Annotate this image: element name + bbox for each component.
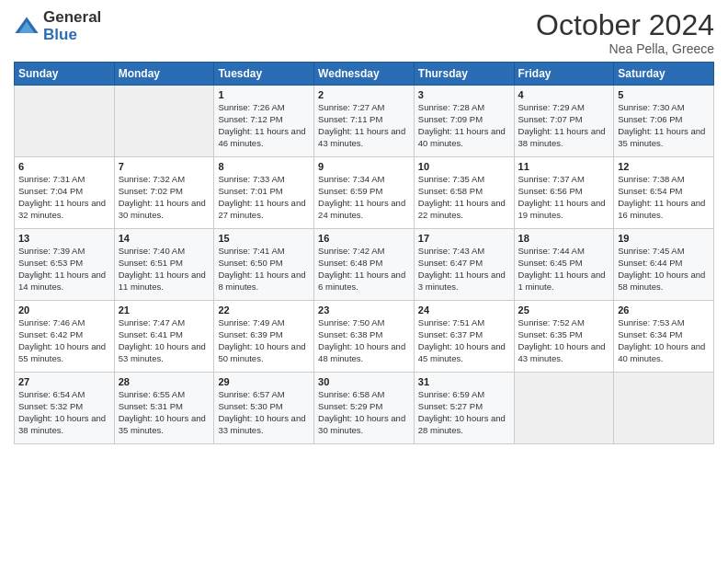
cell-w1-d1: [15, 86, 115, 157]
cell-w1-d2: [114, 86, 214, 157]
day-info: Sunrise: 6:58 AMSunset: 5:29 PMDaylight:…: [318, 389, 410, 436]
day-number: 27: [18, 376, 110, 387]
cell-w2-d7: 12Sunrise: 7:38 AMSunset: 6:54 PMDayligh…: [614, 157, 714, 229]
calendar-body: 1Sunrise: 7:26 AMSunset: 7:12 PMDaylight…: [15, 86, 714, 444]
month-title: October 2024: [536, 9, 714, 41]
day-info: Sunrise: 7:51 AMSunset: 6:37 PMDaylight:…: [418, 317, 510, 364]
day-number: 7: [119, 161, 210, 172]
day-number: 15: [218, 233, 310, 244]
day-info: Sunrise: 7:35 AMSunset: 6:58 PMDaylight:…: [418, 174, 510, 221]
cell-w3-d4: 16Sunrise: 7:42 AMSunset: 6:48 PMDayligh…: [314, 229, 415, 301]
day-number: 5: [618, 89, 710, 100]
day-number: 6: [18, 161, 110, 172]
day-number: 3: [418, 89, 510, 100]
logo-general-text: General: [43, 9, 101, 27]
cell-w2-d1: 6Sunrise: 7:31 AMSunset: 7:04 PMDaylight…: [15, 157, 115, 229]
cell-w1-d3: 1Sunrise: 7:26 AMSunset: 7:12 PMDaylight…: [214, 86, 314, 157]
day-number: 28: [119, 376, 210, 387]
day-number: 16: [318, 233, 410, 244]
day-info: Sunrise: 7:29 AMSunset: 7:07 PMDaylight:…: [518, 102, 610, 149]
cell-w5-d7: [614, 373, 714, 444]
day-number: 8: [218, 161, 310, 172]
day-number: 9: [318, 161, 410, 172]
day-info: Sunrise: 7:27 AMSunset: 7:11 PMDaylight:…: [318, 102, 410, 149]
cell-w1-d6: 4Sunrise: 7:29 AMSunset: 7:07 PMDaylight…: [514, 86, 614, 157]
day-number: 11: [518, 161, 610, 172]
cell-w1-d7: 5Sunrise: 7:30 AMSunset: 7:06 PMDaylight…: [614, 86, 714, 157]
day-info: Sunrise: 6:54 AMSunset: 5:32 PMDaylight:…: [18, 389, 110, 436]
page: General Blue October 2024 Nea Pella, Gre…: [0, 0, 728, 563]
day-number: 17: [418, 233, 510, 244]
cell-w1-d4: 2Sunrise: 7:27 AMSunset: 7:11 PMDaylight…: [314, 86, 415, 157]
cell-w5-d2: 28Sunrise: 6:55 AMSunset: 5:31 PMDayligh…: [114, 373, 214, 444]
cell-w2-d4: 9Sunrise: 7:34 AMSunset: 6:59 PMDaylight…: [314, 157, 415, 229]
day-info: Sunrise: 7:52 AMSunset: 6:35 PMDaylight:…: [518, 317, 610, 364]
cell-w5-d6: [514, 373, 614, 444]
cell-w2-d2: 7Sunrise: 7:32 AMSunset: 7:02 PMDaylight…: [114, 157, 214, 229]
cell-w4-d2: 21Sunrise: 7:47 AMSunset: 6:41 PMDayligh…: [114, 301, 214, 373]
location-subtitle: Nea Pella, Greece: [536, 41, 714, 56]
day-number: 20: [18, 304, 110, 316]
day-number: 19: [618, 233, 710, 244]
logo-text: General Blue: [43, 9, 101, 43]
day-info: Sunrise: 6:57 AMSunset: 5:30 PMDaylight:…: [218, 389, 310, 436]
col-tuesday: Tuesday: [214, 63, 314, 86]
day-number: 2: [318, 89, 410, 100]
day-number: 18: [518, 233, 610, 244]
logo: General Blue: [14, 9, 101, 43]
day-info: Sunrise: 7:42 AMSunset: 6:48 PMDaylight:…: [318, 246, 410, 293]
day-info: Sunrise: 6:59 AMSunset: 5:27 PMDaylight:…: [418, 389, 510, 436]
day-number: 14: [119, 233, 210, 244]
day-number: 4: [518, 89, 610, 100]
week-row-4: 20Sunrise: 7:46 AMSunset: 6:42 PMDayligh…: [15, 301, 714, 373]
cell-w4-d5: 24Sunrise: 7:51 AMSunset: 6:37 PMDayligh…: [414, 301, 514, 373]
col-monday: Monday: [114, 63, 214, 86]
day-info: Sunrise: 7:33 AMSunset: 7:01 PMDaylight:…: [218, 174, 310, 221]
day-info: Sunrise: 7:40 AMSunset: 6:51 PMDaylight:…: [119, 246, 210, 293]
week-row-2: 6Sunrise: 7:31 AMSunset: 7:04 PMDaylight…: [15, 157, 714, 229]
cell-w5-d3: 29Sunrise: 6:57 AMSunset: 5:30 PMDayligh…: [214, 373, 314, 444]
cell-w3-d2: 14Sunrise: 7:40 AMSunset: 6:51 PMDayligh…: [114, 229, 214, 301]
day-info: Sunrise: 7:44 AMSunset: 6:45 PMDaylight:…: [518, 246, 610, 293]
header: General Blue October 2024 Nea Pella, Gre…: [14, 9, 714, 56]
cell-w2-d3: 8Sunrise: 7:33 AMSunset: 7:01 PMDaylight…: [214, 157, 314, 229]
col-thursday: Thursday: [414, 63, 514, 86]
day-info: Sunrise: 7:38 AMSunset: 6:54 PMDaylight:…: [618, 174, 710, 221]
cell-w2-d6: 11Sunrise: 7:37 AMSunset: 6:56 PMDayligh…: [514, 157, 614, 229]
day-info: Sunrise: 7:46 AMSunset: 6:42 PMDaylight:…: [18, 317, 110, 364]
day-info: Sunrise: 7:34 AMSunset: 6:59 PMDaylight:…: [318, 174, 410, 221]
cell-w3-d1: 13Sunrise: 7:39 AMSunset: 6:53 PMDayligh…: [15, 229, 115, 301]
day-info: Sunrise: 7:28 AMSunset: 7:09 PMDaylight:…: [418, 102, 510, 149]
day-info: Sunrise: 6:55 AMSunset: 5:31 PMDaylight:…: [119, 389, 210, 436]
cell-w4-d7: 26Sunrise: 7:53 AMSunset: 6:34 PMDayligh…: [614, 301, 714, 373]
day-number: 21: [119, 304, 210, 316]
day-info: Sunrise: 7:41 AMSunset: 6:50 PMDaylight:…: [218, 246, 310, 293]
day-info: Sunrise: 7:43 AMSunset: 6:47 PMDaylight:…: [418, 246, 510, 293]
day-number: 31: [418, 376, 510, 387]
week-row-3: 13Sunrise: 7:39 AMSunset: 6:53 PMDayligh…: [15, 229, 714, 301]
day-number: 12: [618, 161, 710, 172]
day-info: Sunrise: 7:37 AMSunset: 6:56 PMDaylight:…: [518, 174, 610, 221]
week-row-1: 1Sunrise: 7:26 AMSunset: 7:12 PMDaylight…: [15, 86, 714, 157]
cell-w3-d5: 17Sunrise: 7:43 AMSunset: 6:47 PMDayligh…: [414, 229, 514, 301]
cell-w5-d1: 27Sunrise: 6:54 AMSunset: 5:32 PMDayligh…: [15, 373, 115, 444]
cell-w5-d5: 31Sunrise: 6:59 AMSunset: 5:27 PMDayligh…: [414, 373, 514, 444]
day-info: Sunrise: 7:53 AMSunset: 6:34 PMDaylight:…: [618, 317, 710, 364]
day-number: 29: [218, 376, 310, 387]
cell-w4-d1: 20Sunrise: 7:46 AMSunset: 6:42 PMDayligh…: [15, 301, 115, 373]
day-info: Sunrise: 7:45 AMSunset: 6:44 PMDaylight:…: [618, 246, 710, 293]
day-number: 1: [218, 89, 310, 100]
cell-w3-d6: 18Sunrise: 7:44 AMSunset: 6:45 PMDayligh…: [514, 229, 614, 301]
day-info: Sunrise: 7:49 AMSunset: 6:39 PMDaylight:…: [218, 317, 310, 364]
col-wednesday: Wednesday: [314, 63, 415, 86]
cell-w1-d5: 3Sunrise: 7:28 AMSunset: 7:09 PMDaylight…: [414, 86, 514, 157]
day-number: 26: [618, 304, 710, 316]
col-sunday: Sunday: [15, 63, 115, 86]
cell-w4-d4: 23Sunrise: 7:50 AMSunset: 6:38 PMDayligh…: [314, 301, 415, 373]
day-info: Sunrise: 7:50 AMSunset: 6:38 PMDaylight:…: [318, 317, 410, 364]
day-info: Sunrise: 7:30 AMSunset: 7:06 PMDaylight:…: [618, 102, 710, 149]
col-friday: Friday: [514, 63, 614, 86]
day-info: Sunrise: 7:31 AMSunset: 7:04 PMDaylight:…: [18, 174, 110, 221]
day-number: 25: [518, 304, 610, 316]
col-saturday: Saturday: [614, 63, 714, 86]
